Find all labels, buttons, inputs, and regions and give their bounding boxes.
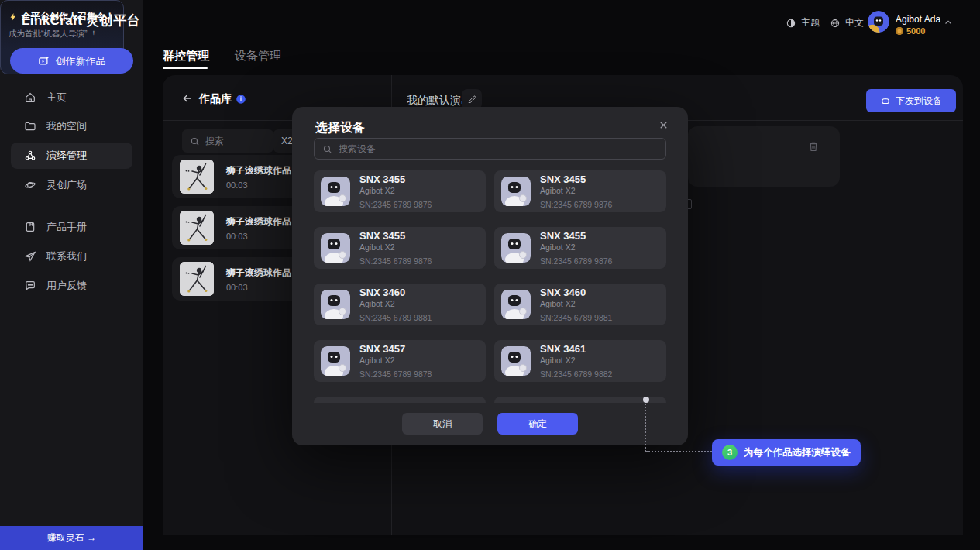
app-logo: LinkCraft 灵创平台: [22, 12, 140, 29]
work-duration: 00:03: [226, 283, 291, 292]
device-name: SNX 3457: [359, 344, 432, 354]
device-model: Agibot X2: [540, 242, 612, 252]
device-card[interactable]: SNX 3461 Agibot X2 SN:2345 6789 9882: [494, 340, 666, 382]
sidebar-item-performance-mgmt[interactable]: 演绎管理: [11, 143, 132, 169]
device-name: SNX 3460: [359, 287, 432, 297]
device-name: SNX 3455: [359, 231, 432, 241]
device-card[interactable]: SNX 3455 Agibot X2 SN:2345 6789 9876: [314, 227, 486, 269]
sidebar-item-home[interactable]: 主页: [11, 84, 132, 111]
device-model: Agibot X2: [359, 356, 432, 365]
sidebar-item-label: 联系我们: [46, 249, 87, 263]
library-search[interactable]: [182, 129, 273, 153]
device-name: SNX 3461: [540, 344, 612, 354]
coin-icon: [896, 27, 903, 35]
work-duration: 00:03: [226, 180, 291, 190]
user-avatar[interactable]: [868, 11, 889, 33]
sidebar-item-plaza[interactable]: 灵创广场: [11, 172, 132, 198]
robot-avatar: [501, 290, 531, 319]
search-icon: [322, 144, 332, 154]
confirm-button[interactable]: 确定: [497, 413, 578, 435]
active-tab-underline: [163, 67, 208, 69]
network-icon: [24, 150, 36, 162]
device-sn: SN:2345 6789 9881: [540, 313, 612, 322]
tab-group-control[interactable]: 群控管理: [163, 49, 209, 64]
device-card[interactable]: SNX 3457 Agibot X2 SN:2345 6789 9878: [314, 340, 486, 382]
back-arrow-icon[interactable]: [181, 92, 194, 105]
close-icon[interactable]: [658, 119, 669, 131]
credits-value: 5000: [906, 26, 925, 36]
device-card-partial: [494, 397, 666, 403]
deploy-label: 下发到设备: [896, 95, 942, 108]
step-tooltip-text: 为每个作品选择演绎设备: [744, 446, 851, 459]
sidebar-item-manual[interactable]: 产品手册: [11, 214, 132, 240]
select-device-modal: 选择设备 SNX 3455 Agibot X2 SN:2345 6789 987…: [292, 107, 688, 445]
device-model: Agibot X2: [540, 299, 612, 308]
chevron-up-icon[interactable]: [943, 17, 954, 28]
feedback-icon: [24, 280, 36, 292]
robot-avatar: [501, 346, 531, 376]
onboarding-step-tooltip[interactable]: 3 为每个作品选择演绎设备: [712, 439, 861, 466]
performance-slot-card: [688, 126, 840, 187]
device-model: Agibot X2: [359, 186, 432, 195]
library-search-input[interactable]: [205, 136, 260, 146]
robot-avatar: [321, 290, 350, 319]
device-sn: SN:2345 6789 9881: [359, 313, 432, 322]
device-card[interactable]: SNX 3460 Agibot X2 SN:2345 6789 9881: [494, 284, 666, 325]
work-title: 狮子滚绣球作品: [226, 215, 291, 229]
create-work-button[interactable]: 创作新作品: [10, 48, 133, 74]
tab-device-mgmt[interactable]: 设备管理: [235, 49, 281, 64]
cancel-button[interactable]: 取消: [402, 413, 483, 435]
device-card[interactable]: SNX 3455 Agibot X2 SN:2345 6789 9876: [494, 170, 666, 212]
sidebar-divider: [11, 205, 132, 205]
device-search[interactable]: [314, 138, 666, 160]
robot-avatar: [321, 233, 350, 263]
device-model: Agibot X2: [359, 242, 432, 252]
sidebar-item-my-space[interactable]: 我的空间: [11, 113, 132, 139]
robot-avatar: [501, 177, 531, 206]
pencil-icon: [467, 95, 477, 105]
device-sn: SN:2345 6789 9876: [540, 256, 612, 266]
create-clapper-icon: [38, 55, 50, 67]
language-switch[interactable]: 中文: [830, 16, 864, 29]
sidebar-item-label: 主页: [46, 91, 67, 105]
work-thumbnail: [180, 211, 214, 245]
sidebar-item-feedback[interactable]: 用户反馈: [11, 273, 132, 299]
robot-avatar: [501, 233, 531, 263]
step-number-badge: 3: [722, 445, 738, 460]
globe-icon: [830, 18, 841, 29]
folder-icon: [24, 120, 36, 132]
deploy-to-device-button[interactable]: 下发到设备: [866, 89, 956, 112]
device-name: SNX 3455: [540, 174, 612, 184]
user-name: Agibot Ada: [896, 14, 940, 25]
device-sn: SN:2345 6789 9876: [540, 200, 612, 209]
sidebar-item-contact[interactable]: 联系我们: [11, 243, 132, 270]
device-row-partial: [314, 382, 666, 403]
trash-icon[interactable]: [807, 140, 820, 153]
send-icon: [24, 250, 36, 263]
theme-label: 主题: [801, 16, 820, 29]
info-icon[interactable]: [236, 94, 246, 105]
sidebar-item-label: 产品手册: [46, 220, 87, 234]
work-title: 狮子滚绣球作品: [226, 164, 291, 177]
sidebar-item-label: 我的空间: [46, 119, 87, 133]
work-duration: 00:03: [226, 232, 291, 241]
device-search-input[interactable]: [339, 143, 658, 154]
connector-dot: [643, 397, 649, 403]
library-title: 作品库: [199, 92, 232, 106]
theme-toggle[interactable]: 主题: [786, 16, 820, 29]
device-model: Agibot X2: [540, 356, 612, 365]
device-name: SNX 3460: [540, 287, 612, 297]
device-card[interactable]: SNX 3455 Agibot X2 SN:2345 6789 9876: [494, 227, 666, 269]
device-sn: SN:2345 6789 9876: [359, 256, 432, 266]
work-thumbnail: [180, 262, 214, 296]
robot-avatar: [321, 346, 350, 376]
device-card[interactable]: SNX 3460 Agibot X2 SN:2345 6789 9881: [314, 284, 486, 325]
home-icon: [24, 91, 36, 104]
planet-icon: [24, 179, 36, 191]
device-list: SNX 3455 Agibot X2 SN:2345 6789 9876 SNX…: [314, 170, 666, 403]
device-card-partial: [314, 397, 486, 403]
connector-horizontal-dotted-line: [646, 451, 712, 452]
user-credits: 5000: [896, 26, 925, 36]
device-card[interactable]: SNX 3455 Agibot X2 SN:2345 6789 9876: [314, 170, 486, 212]
device-model: Agibot X2: [540, 186, 612, 195]
